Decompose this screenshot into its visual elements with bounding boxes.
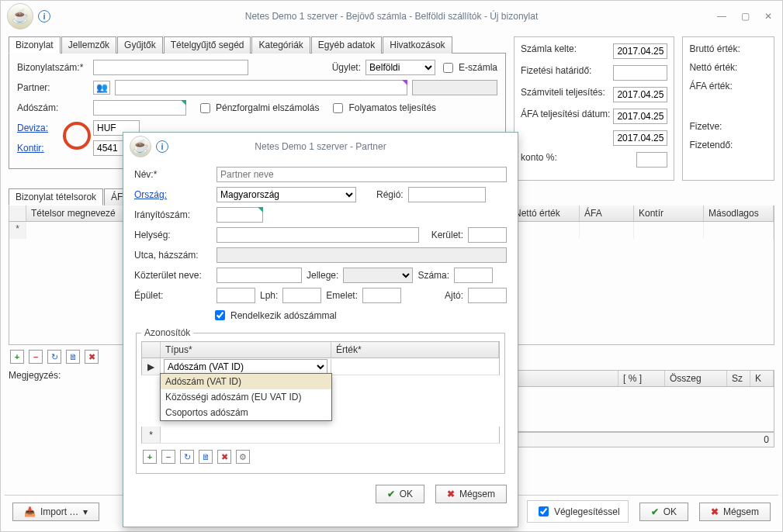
tab-jellemzok[interactable]: Jellemzők [61,36,116,54]
penzforgalmi-checkbox[interactable] [200,103,210,113]
col-afa[interactable]: ÁFA [580,206,634,221]
az-settings-icon[interactable] [236,450,250,464]
app-icon: ☕ [7,3,33,29]
folyamatos-checkbox[interactable] [333,103,343,113]
szama-input[interactable] [454,268,493,283]
veglegesitessel-checkbox[interactable] [539,506,549,516]
nev-input[interactable] [217,167,507,182]
skonto-input[interactable] [636,152,667,168]
cancel-button[interactable]: ✖Mégsem [699,503,771,521]
tab-hivatkozasok[interactable]: Hivatkozások [383,36,452,54]
col-percent[interactable]: [ % ] [618,371,665,386]
tab-kategoriak[interactable]: Kategóriák [251,36,310,54]
az-del-icon[interactable] [161,450,175,464]
tab-tetelgyujto[interactable]: Tételgyűjtő segéd [164,36,251,54]
eszamla-checkbox[interactable] [443,63,453,73]
modal-ok-button[interactable]: ✔OK [376,485,424,503]
ugylet-select[interactable]: Belföldi [366,60,435,75]
orszag-link[interactable]: Ország: [134,189,212,200]
tab-bizonylat[interactable]: Bizonylat [9,36,61,54]
info-icon[interactable]: i [38,10,50,22]
window-title: Netes Demo 1 szerver - Bejövő számla - B… [1,11,782,22]
helyseg-input[interactable] [217,227,419,243]
extra-date-input[interactable] [613,130,667,146]
az-row-new[interactable]: * [141,427,500,444]
fizetendo-label: Fizetendő: [689,140,767,150]
fiz-hatarido-input[interactable] [613,65,667,81]
dd-option-csoportos[interactable]: Csoportos adószám [161,405,331,420]
col-ertek[interactable]: Érték* [331,342,499,358]
kontir-link[interactable]: Kontir: [17,143,88,154]
modal-cancel-button[interactable]: ✖Mégsem [435,485,507,503]
modal-info-icon[interactable]: i [156,140,168,153]
emelet-input[interactable] [362,288,401,303]
rendelkezik-checkbox[interactable] [215,310,225,320]
minimize-button[interactable]: — [714,9,729,24]
adoszam-input[interactable] [93,100,186,116]
szamla-kelte-label: Számla kelte: [521,43,577,59]
copy-row-icon[interactable] [66,350,80,364]
tab-egyeb[interactable]: Egyéb adatok [311,36,382,54]
az-add-icon[interactable] [143,450,157,464]
add-partner-icon[interactable] [93,81,110,95]
az-row-current[interactable]: ▶ Adószám (VAT ID) Adószám (VAT ID) Közö… [141,358,500,375]
deviza-link[interactable]: Deviza: [17,123,88,133]
fiz-hatarido-label: Fizetési határidő: [521,65,591,81]
clear-icon[interactable] [85,350,99,364]
col-k[interactable]: K [750,371,774,386]
kerulet-label: Kerület: [431,230,463,240]
rendelkezik-label: Rendelkezik adószámmal [230,310,337,321]
regio-input[interactable] [408,187,486,202]
col-kontir[interactable]: Kontír [634,206,704,221]
dd-option-euvat[interactable]: Közösségi adószám (EU VAT ID) [161,389,331,405]
ok-button[interactable]: ✔OK [639,503,688,521]
az-clear-icon[interactable] [217,450,231,464]
epulet-input[interactable] [217,288,255,303]
fizetve-label: Fizetve: [689,121,767,132]
tab-tetelsorok[interactable]: Bizonylat tételsorok [9,188,103,206]
import-button[interactable]: 📥 Import … ▾ [12,503,99,521]
col-masodlagos[interactable]: Másodlagos [704,206,774,221]
tipus-select[interactable]: Adószám (VAT ID) [164,359,327,375]
afa-telj-input[interactable] [613,109,667,124]
maximize-button[interactable]: ▢ [737,9,753,24]
utca-label: Utca, házszám: [134,250,212,261]
szama-label: Száma: [417,270,449,281]
folyamatos-label: Folyamatos teljesítés [348,102,436,113]
az-copy-icon[interactable] [199,450,213,464]
add-row-icon[interactable] [10,350,24,364]
brutto-label: Bruttó érték: [689,43,767,54]
col-netto[interactable]: Nettó érték [510,206,580,221]
ajto-input[interactable] [468,288,507,303]
col-osszeg[interactable]: Összeg [665,371,727,386]
kozterulet-label: Közterület neve: [134,270,212,281]
col-tipus[interactable]: Típus* [161,342,331,358]
modal-app-icon: ☕ [130,136,151,157]
lph-input[interactable] [282,288,321,303]
dd-option-vat[interactable]: Adószám (VAT ID) [161,374,331,389]
tab-gyujtok[interactable]: Gyűjtők [117,36,163,54]
eszamla-label: E-számla [459,62,497,73]
szamla-kelte-input[interactable] [613,43,667,59]
az-refresh-icon[interactable] [180,450,194,464]
jellege-select[interactable] [343,268,413,283]
partner-code-input[interactable] [412,80,497,95]
utca-input[interactable] [217,247,507,263]
skonto-label: konto %: [521,152,557,168]
kozterulet-input[interactable] [217,268,302,283]
penzforgalmi-label: Pénzforgalmi elszámolás [216,102,319,113]
modal-title: Netes Demo 1 szerver - Partner [123,141,518,152]
irsz-input[interactable] [217,207,263,223]
helyseg-label: Helység: [134,230,212,240]
close-button[interactable]: ✕ [760,9,776,24]
emelet-label: Emelet: [326,290,358,301]
col-sz[interactable]: Sz [727,371,750,386]
orszag-select[interactable]: Magyarország [217,187,356,202]
bizonylatszam-input[interactable] [93,60,248,75]
refresh-icon[interactable] [47,350,61,364]
szamv-telj-input[interactable] [613,87,667,102]
partner-input[interactable] [115,80,407,95]
new-row-marker-modal: * [142,427,161,443]
delete-row-icon[interactable] [29,350,43,364]
kerulet-input[interactable] [468,227,507,243]
